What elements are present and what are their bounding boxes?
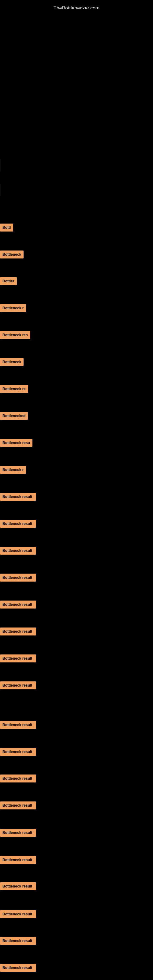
result-item[interactable]: Bottleneck result [0, 856, 36, 864]
result-badge[interactable]: Bottlenecked [0, 412, 28, 420]
result-badge[interactable]: Bottleneck result [0, 802, 36, 810]
result-item[interactable]: Bottleneck result [0, 681, 36, 689]
result-item[interactable]: Bottleneck result [0, 721, 36, 729]
result-badge[interactable]: Bottleneck result [0, 882, 36, 890]
result-item[interactable]: Bottlenecked [0, 412, 28, 420]
result-badge[interactable]: Bottleneck [0, 250, 24, 258]
result-item[interactable]: Bottleneck result [0, 601, 36, 609]
result-item[interactable]: Bottleneck r [0, 466, 26, 474]
result-item[interactable]: Bottleneck r [0, 304, 26, 312]
result-badge[interactable]: Bottleneck result [0, 748, 36, 756]
result-item[interactable]: Bottleneck result [0, 964, 36, 972]
result-badge[interactable]: Bottleneck result [0, 964, 36, 972]
result-badge[interactable]: Bottleneck r [0, 466, 26, 474]
result-item[interactable]: Bottl [0, 224, 13, 232]
result-badge[interactable]: Bottleneck r [0, 304, 26, 312]
result-item[interactable]: Bottleneck result [0, 520, 36, 528]
result-badge[interactable]: Bottleneck result [0, 910, 36, 918]
result-badge[interactable]: Bottleneck result [0, 654, 36, 662]
result-badge[interactable]: Bottler [0, 277, 17, 285]
result-badge[interactable]: Bottleneck res [0, 331, 30, 339]
result-badge[interactable]: Bottleneck re [0, 385, 28, 393]
result-badge[interactable]: Bottleneck result [0, 574, 36, 582]
result-badge[interactable]: Bottleneck result [0, 721, 36, 729]
result-item[interactable]: Bottleneck result [0, 654, 36, 662]
result-item[interactable]: Bottleneck [0, 358, 24, 366]
result-badge[interactable]: Bottleneck result [0, 937, 36, 945]
result-badge[interactable]: Bottl [0, 224, 13, 232]
result-badge[interactable]: Bottleneck result [0, 493, 36, 501]
result-badge[interactable]: Bottleneck result [0, 856, 36, 864]
result-item[interactable]: Bottleneck result [0, 748, 36, 756]
result-item[interactable]: Bottleneck re [0, 385, 28, 393]
result-badge[interactable]: Bottleneck resu [0, 439, 32, 447]
result-badge[interactable]: Bottleneck result [0, 520, 36, 528]
result-badge[interactable]: Bottleneck result [0, 601, 36, 609]
result-item[interactable]: Bottleneck result [0, 882, 36, 890]
result-item[interactable]: Bottleneck result [0, 627, 36, 635]
result-item[interactable]: Bottleneck result [0, 937, 36, 945]
chart-area [0, 9, 153, 156]
result-item[interactable]: Bottleneck [0, 250, 24, 258]
result-badge[interactable]: Bottleneck result [0, 829, 36, 837]
result-badge[interactable]: Bottleneck result [0, 627, 36, 635]
result-item[interactable]: Bottleneck res [0, 331, 30, 339]
result-item[interactable]: Bottler [0, 277, 17, 285]
result-badge[interactable]: Bottleneck result [0, 681, 36, 689]
result-badge[interactable]: Bottleneck result [0, 547, 36, 555]
result-item[interactable]: Bottleneck result [0, 493, 36, 501]
result-item[interactable]: Bottleneck result [0, 574, 36, 582]
result-item[interactable]: Bottleneck resu [0, 439, 32, 447]
result-item[interactable]: Bottleneck result [0, 547, 36, 555]
result-item[interactable]: Bottleneck result [0, 910, 36, 918]
result-item[interactable]: Bottleneck result [0, 775, 36, 783]
result-item[interactable]: Bottleneck result [0, 802, 36, 810]
result-badge[interactable]: Bottleneck [0, 358, 24, 366]
result-item[interactable]: Bottleneck result [0, 829, 36, 837]
result-badge[interactable]: Bottleneck result [0, 775, 36, 783]
